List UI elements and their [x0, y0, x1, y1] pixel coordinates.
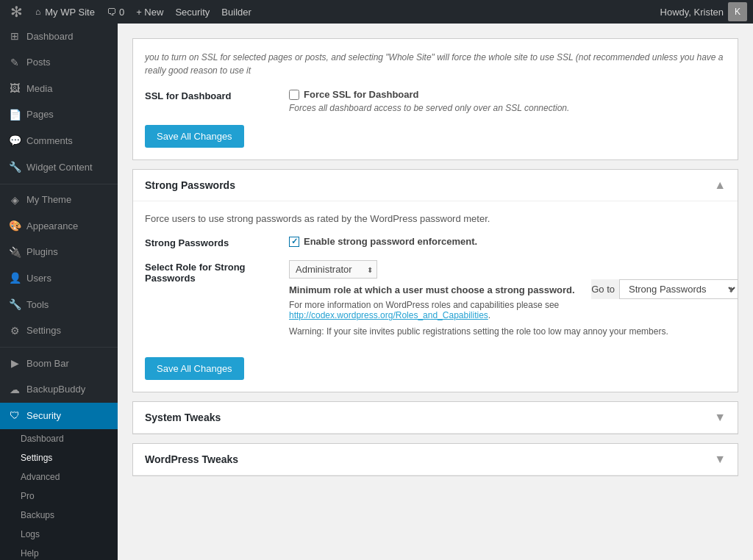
- sidebar-item-my-theme[interactable]: ◈ My Theme: [0, 187, 118, 214]
- sp-role-label: Select Role for Strong Passwords: [145, 260, 277, 284]
- admin-bar: ✻ ⌂ My WP Site 🗨 0 + New Security Builde…: [0, 0, 753, 24]
- sidebar-item-backupbuddy[interactable]: ☁ BackupBuddy: [0, 377, 118, 403]
- appearance-icon: 🎨: [9, 219, 21, 234]
- goto-select-wrap: Strong Passwords System Tweaks WordPress…: [619, 279, 738, 299]
- new-bar[interactable]: + New: [130, 0, 169, 24]
- sp-enable-control: ✓ Enable strong password enforcement.: [289, 236, 726, 247]
- sidebar-item-security[interactable]: 🛡 Security: [0, 403, 118, 429]
- sp-checkbox-styled[interactable]: ✓: [289, 237, 299, 247]
- separator2: [0, 347, 118, 348]
- toggle-up-icon[interactable]: ▲: [714, 179, 726, 192]
- goto-label: Go to: [591, 284, 615, 295]
- sub-item-dashboard[interactable]: Dashboard: [0, 429, 118, 448]
- ssl-checkbox[interactable]: [289, 90, 299, 100]
- role-info: For more information on WordPress roles …: [289, 300, 726, 320]
- sp-enable-label: Strong Passwords: [145, 236, 277, 248]
- users-icon: 👤: [9, 271, 21, 286]
- new-label: + New: [136, 7, 163, 18]
- wp-logo[interactable]: ✻: [6, 0, 26, 24]
- avatar: K: [728, 2, 747, 21]
- strong-passwords-title: Strong Passwords: [145, 179, 235, 191]
- sidebar-item-comments[interactable]: 💬 Comments: [0, 128, 118, 154]
- theme-icon: ◈: [9, 193, 21, 208]
- wordpress-tweaks-title: WordPress Tweaks: [145, 453, 238, 465]
- system-tweaks-header[interactable]: System Tweaks ▼: [133, 402, 738, 434]
- toggle-down-icon[interactable]: ▼: [714, 411, 726, 424]
- sp-enable-row: Strong Passwords ✓ Enable strong passwor…: [145, 236, 726, 248]
- system-tweaks-panel: System Tweaks ▼: [132, 401, 738, 434]
- wordpress-tweaks-header[interactable]: WordPress Tweaks ▼: [133, 444, 738, 475]
- sidebar-item-posts[interactable]: ✎ Posts: [0, 50, 118, 76]
- sidebar-item-dashboard[interactable]: ⊞ Dashboard: [0, 24, 118, 50]
- settings-icon: ⚙: [9, 324, 21, 339]
- site-name: My WP Site: [45, 7, 95, 18]
- sidebar-item-plugins[interactable]: 🔌 Plugins: [0, 240, 118, 266]
- pages-icon: 📄: [9, 108, 21, 123]
- strong-passwords-body: Force users to use strong passwords as r…: [133, 201, 738, 337]
- widget-icon: 🔧: [9, 160, 21, 175]
- ssl-dashboard-row: SSL for Dashboard Force SSL for Dashboar…: [145, 89, 726, 113]
- ssl-description: Forces all dashboard access to be served…: [289, 103, 726, 113]
- sidebar-item-users[interactable]: 👤 Users: [0, 265, 118, 292]
- howdy-greeting[interactable]: Howdy, Kristen K: [660, 2, 747, 21]
- role-select[interactable]: Administrator Editor Author Contributor …: [289, 260, 377, 279]
- sub-item-pro[interactable]: Pro: [0, 487, 118, 506]
- security-icon: 🛡: [9, 409, 21, 423]
- dashboard-icon: ⊞: [9, 29, 21, 44]
- separator: [0, 184, 118, 184]
- comments-count: 0: [119, 7, 124, 18]
- ssl-label: SSL for Dashboard: [145, 89, 277, 101]
- toggle-down-icon2[interactable]: ▼: [714, 453, 726, 466]
- builder-bar-item[interactable]: Builder: [215, 0, 257, 24]
- wordpress-tweaks-panel: WordPress Tweaks ▼: [132, 443, 738, 476]
- sp-checkbox-label[interactable]: ✓ Enable strong password enforcement.: [289, 236, 726, 247]
- sidebar-item-widget-content[interactable]: 🔧 Widget Content: [0, 154, 118, 181]
- sub-item-advanced[interactable]: Advanced: [0, 467, 118, 487]
- goto-select[interactable]: Strong Passwords System Tweaks WordPress…: [619, 279, 738, 299]
- sp-intro-text: Force users to use strong passwords as r…: [145, 213, 726, 224]
- system-tweaks-title: System Tweaks: [145, 412, 221, 423]
- tools-icon: 🔧: [9, 298, 21, 312]
- ssl-checkbox-label[interactable]: Force SSL for Dashboard: [289, 89, 726, 100]
- sidebar: ⊞ Dashboard ✎ Posts 🖼 Media 📄 Pages 💬 Co…: [0, 24, 118, 560]
- security-bar-item[interactable]: Security: [169, 0, 215, 24]
- home-icon: ⌂: [35, 7, 40, 17]
- sub-item-help[interactable]: Help: [0, 544, 118, 560]
- comments-icon: 💬: [9, 134, 21, 148]
- strong-passwords-header[interactable]: Strong Passwords ▲: [133, 170, 738, 201]
- sidebar-item-appearance[interactable]: 🎨 Appearance: [0, 213, 118, 240]
- ssl-section: you to turn on SSL for selected pages or…: [132, 38, 738, 160]
- site-name-bar[interactable]: ⌂ My WP Site: [29, 0, 101, 24]
- plugins-icon: 🔌: [9, 245, 21, 260]
- sp-save-button[interactable]: Save All Changes: [145, 357, 244, 380]
- sidebar-item-pages[interactable]: 📄 Pages: [0, 102, 118, 129]
- sub-item-logs[interactable]: Logs: [0, 525, 118, 544]
- comments-bar[interactable]: 🗨 0: [101, 0, 130, 24]
- adminbar-right: Howdy, Kristen K: [660, 2, 747, 21]
- sidebar-item-tools[interactable]: 🔧 Tools: [0, 292, 118, 318]
- sidebar-item-media[interactable]: 🖼 Media: [0, 76, 118, 102]
- ssl-control: Force SSL for Dashboard Forces all dashb…: [289, 89, 726, 113]
- boombar-icon: ▶: [9, 356, 21, 371]
- sidebar-item-boom-bar[interactable]: ▶ Boom Bar: [0, 351, 118, 377]
- sidebar-item-settings[interactable]: ⚙ Settings: [0, 318, 118, 345]
- ssl-top-text: you to turn on SSL for selected pages or…: [145, 51, 726, 77]
- media-icon: 🖼: [9, 82, 21, 96]
- security-submenu: Dashboard Settings Advanced Pro Backups …: [0, 429, 118, 560]
- sp-footer: Save All Changes: [133, 348, 738, 392]
- codex-link[interactable]: http://codex.wordpress.org/Roles_and_Cap…: [289, 310, 488, 320]
- ssl-save-button[interactable]: Save All Changes: [145, 125, 244, 148]
- sub-item-settings[interactable]: Settings: [0, 448, 118, 467]
- comment-icon: 🗨: [107, 7, 116, 18]
- posts-icon: ✎: [9, 56, 21, 71]
- sub-item-backups[interactable]: Backups: [0, 506, 118, 525]
- role-warning: Warning: If your site invites public reg…: [289, 326, 726, 337]
- backupbuddy-icon: ☁: [9, 383, 21, 398]
- role-select-wrap: Administrator Editor Author Contributor …: [289, 260, 377, 279]
- goto-bar: Go to Strong Passwords System Tweaks Wor…: [591, 279, 738, 299]
